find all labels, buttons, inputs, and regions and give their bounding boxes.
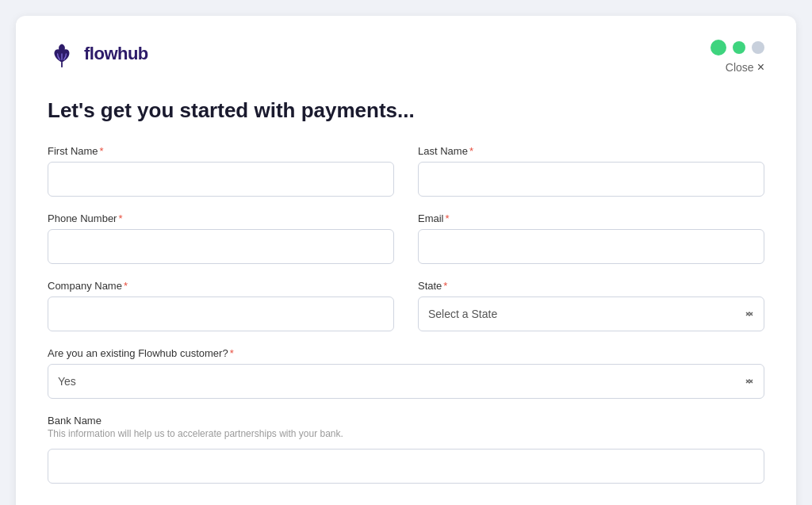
form-title: Let's get you started with payments... — [48, 98, 764, 123]
header: flowhub Close × — [48, 40, 764, 75]
required-indicator: * — [230, 347, 234, 359]
bank-name-input[interactable] — [48, 449, 764, 484]
state-select[interactable]: Select a State Alabama Alaska Arizona Ca… — [418, 296, 764, 331]
payments-form: First Name* Last Name* Phone Number* Ema… — [48, 145, 764, 505]
required-indicator: * — [118, 212, 122, 224]
email-label: Email* — [418, 212, 764, 224]
close-icon: × — [757, 60, 764, 75]
bank-name-group: Bank Name This information will help us … — [48, 415, 764, 484]
state-label: State* — [418, 280, 764, 292]
existing-customer-group: Are you an existing Flowhub customer?* Y… — [48, 347, 764, 399]
required-indicator: * — [124, 280, 128, 292]
required-indicator: * — [446, 212, 450, 224]
required-indicator: * — [469, 145, 473, 157]
phone-group: Phone Number* — [48, 212, 394, 264]
logo-text: flowhub — [84, 44, 148, 64]
progress-dots — [710, 40, 764, 55]
email-group: Email* — [418, 212, 764, 264]
first-name-input[interactable] — [48, 162, 394, 197]
last-name-group: Last Name* — [418, 145, 764, 197]
company-name-input[interactable] — [48, 296, 394, 331]
top-right-area: Close × — [710, 40, 764, 75]
existing-customer-label: Are you an existing Flowhub customer?* — [48, 347, 764, 359]
last-name-input[interactable] — [418, 162, 764, 197]
first-name-label: First Name* — [48, 145, 394, 157]
first-name-group: First Name* — [48, 145, 394, 197]
existing-customer-select[interactable]: Yes No — [48, 364, 764, 399]
last-name-label: Last Name* — [418, 145, 764, 157]
required-indicator: * — [443, 280, 447, 292]
progress-dot-2 — [733, 41, 745, 54]
flowhub-logo-icon — [48, 40, 76, 68]
state-group: State* Select a State Alabama Alaska Ari… — [418, 280, 764, 331]
email-input[interactable] — [418, 229, 764, 264]
form-grid: First Name* Last Name* Phone Number* Ema… — [48, 145, 764, 484]
company-name-label: Company Name* — [48, 280, 394, 292]
progress-dot-3 — [752, 41, 764, 54]
phone-input[interactable] — [48, 229, 394, 264]
bank-info-text: This information will help us to acceler… — [48, 428, 764, 439]
progress-dot-1 — [710, 40, 726, 55]
main-container: flowhub Close × Let's get you started wi… — [16, 16, 796, 505]
bank-name-label: Bank Name — [48, 415, 764, 427]
phone-label: Phone Number* — [48, 212, 394, 224]
required-indicator: * — [100, 145, 104, 157]
logo-area: flowhub — [48, 40, 148, 68]
company-name-group: Company Name* — [48, 280, 394, 331]
close-button[interactable]: Close × — [726, 60, 764, 75]
close-label: Close — [726, 61, 754, 74]
